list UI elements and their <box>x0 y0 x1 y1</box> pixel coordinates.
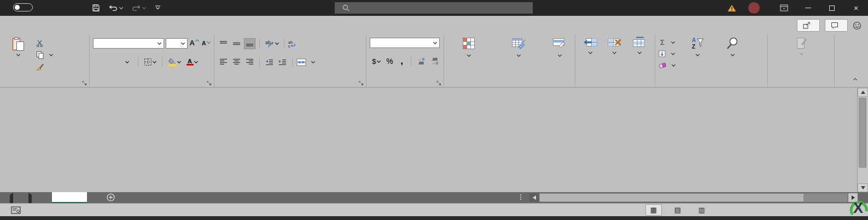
fill-button[interactable] <box>659 48 675 60</box>
number-format-combo[interactable] <box>370 38 440 48</box>
avatar[interactable] <box>748 2 760 14</box>
percent-format-button[interactable]: % <box>385 56 395 67</box>
decrease-font-size-button[interactable]: A <box>201 38 211 49</box>
accessibility-status-icon[interactable] <box>11 206 21 214</box>
clipboard-dialog-launcher-icon[interactable] <box>82 81 87 86</box>
warning-icon[interactable] <box>727 4 736 12</box>
decrease-decimal-button[interactable]: .00→0 <box>429 56 441 67</box>
currency-format-button[interactable]: $ <box>370 56 383 67</box>
format-as-table-label <box>516 52 521 58</box>
search-box[interactable] <box>335 2 533 14</box>
font-color-button[interactable]: A <box>184 56 200 67</box>
copy-button[interactable] <box>36 49 53 61</box>
font-dialog-launcher-icon[interactable] <box>207 81 212 86</box>
cell-styles-button[interactable] <box>544 36 575 79</box>
ribbon-group-clipboard <box>0 34 90 87</box>
italic-button[interactable] <box>106 56 118 67</box>
redo-icon <box>132 4 141 11</box>
fill-color-icon <box>168 58 177 66</box>
scroll-up-button[interactable] <box>858 88 868 97</box>
vertical-scrollbar[interactable] <box>857 88 868 192</box>
page-break-preview-button[interactable]: ▥ <box>694 204 710 216</box>
format-cells-button[interactable] <box>627 36 651 79</box>
comma-format-button[interactable]: , <box>397 56 407 67</box>
share-button[interactable] <box>797 19 820 32</box>
scroll-down-button[interactable] <box>858 183 868 192</box>
find-select-button[interactable] <box>719 36 745 71</box>
fill-icon <box>659 50 666 57</box>
align-middle-button[interactable] <box>231 38 242 49</box>
close-button[interactable]: × <box>844 0 868 16</box>
redo-button[interactable] <box>132 4 146 11</box>
increase-decimal-button[interactable]: ←0.00 <box>415 56 427 67</box>
sort-filter-button[interactable]: AZ <box>678 36 717 71</box>
fill-color-button[interactable] <box>166 56 183 67</box>
normal-view-button[interactable]: ▦ <box>645 204 662 216</box>
search-input[interactable] <box>354 4 519 13</box>
minimize-button[interactable] <box>796 0 820 16</box>
horizontal-scrollbar[interactable] <box>529 193 858 202</box>
format-as-table-icon <box>511 37 526 50</box>
borders-icon <box>144 58 152 66</box>
save-icon[interactable] <box>92 4 100 12</box>
conditional-formatting-button[interactable] <box>445 36 493 79</box>
alignment-dialog-launcher-icon[interactable] <box>359 81 364 86</box>
bold-button[interactable] <box>93 56 104 67</box>
collapse-ribbon-chevron-icon[interactable] <box>853 78 857 82</box>
increase-indent-button[interactable] <box>277 57 288 68</box>
find-select-icon <box>726 37 739 50</box>
font-size-combo[interactable] <box>166 38 187 49</box>
horizontal-scrollbar-track[interactable] <box>539 193 848 202</box>
page-layout-view-button[interactable]: ▤ <box>669 204 686 216</box>
clear-icon <box>659 62 667 69</box>
underline-button[interactable] <box>119 56 134 67</box>
svg-text:Z: Z <box>692 44 695 50</box>
merge-center-button[interactable] <box>296 56 315 68</box>
format-as-table-button[interactable] <box>495 36 542 79</box>
sensitivity-button[interactable] <box>782 36 820 79</box>
font-name-combo[interactable] <box>93 38 164 49</box>
paste-button[interactable] <box>3 36 33 72</box>
align-left-button[interactable] <box>218 57 229 68</box>
insert-cells-button[interactable] <box>579 36 601 79</box>
clear-button[interactable] <box>659 60 675 71</box>
wrap-text-button[interactable]: abc <box>288 38 299 49</box>
horizontal-scrollbar-thumb[interactable] <box>540 194 803 201</box>
align-center-button[interactable] <box>231 57 242 68</box>
sheet-tab-strip <box>0 192 868 203</box>
align-right-button[interactable] <box>244 57 255 68</box>
maximize-button[interactable] <box>820 0 844 16</box>
autosave-toggle[interactable] <box>13 3 33 11</box>
customize-quick-access-icon[interactable] <box>155 5 161 10</box>
wrap-text-icon: abc <box>288 40 297 47</box>
find-select-label <box>730 51 735 58</box>
align-top-button[interactable] <box>218 38 229 49</box>
sort-filter-icon: AZ <box>691 37 704 50</box>
sheet-tab-sayfa1[interactable] <box>52 192 87 203</box>
delete-cells-button[interactable] <box>604 36 624 79</box>
vertical-scrollbar-thumb[interactable] <box>859 98 866 168</box>
autosum-button[interactable]: Σ <box>659 37 675 48</box>
orientation-button[interactable]: ab <box>264 38 280 49</box>
ribbon-group-editing: Σ <box>655 34 768 87</box>
feedback-smiley-icon[interactable] <box>853 21 861 30</box>
comments-button[interactable] <box>825 19 848 32</box>
worksheet-area <box>0 88 868 192</box>
borders-button[interactable] <box>142 56 158 67</box>
scroll-left-button[interactable] <box>529 193 539 202</box>
increase-font-size-button[interactable]: A <box>189 38 200 49</box>
undo-button[interactable] <box>109 4 123 11</box>
format-painter-button[interactable] <box>36 61 53 72</box>
paste-dropdown-chevron[interactable] <box>16 52 20 56</box>
ribbon-group-number: $ % , ←0.00 .00→0 <box>366 34 444 87</box>
copy-icon <box>36 51 44 60</box>
cut-button[interactable] <box>36 38 53 49</box>
ribbon-display-options-button[interactable] <box>772 0 796 16</box>
align-bottom-button[interactable] <box>244 38 255 49</box>
tab-strip-resize-handle[interactable] <box>520 194 521 200</box>
insert-cells-icon <box>583 37 598 49</box>
number-dialog-launcher-icon[interactable] <box>436 81 441 86</box>
view-shortcuts: ▦ ▤ ▥ <box>645 204 710 216</box>
decrease-indent-button[interactable] <box>264 57 275 68</box>
new-sheet-button[interactable] <box>107 193 115 201</box>
